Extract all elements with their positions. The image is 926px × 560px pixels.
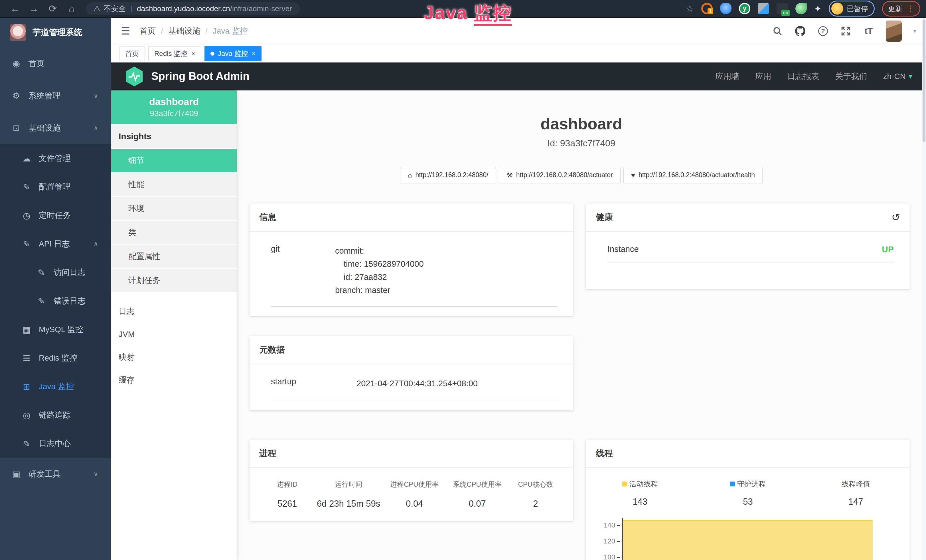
sidebar-item[interactable]: ◎ 链路追踪	[0, 401, 111, 429]
process-col-header: 进程ID	[258, 480, 316, 489]
extensions-puzzle-icon[interactable]: ✦	[814, 4, 822, 14]
sidebar-item[interactable]: ▣ 研发工具 ∨	[0, 458, 111, 490]
thread-stat-value: 143	[586, 496, 694, 507]
sidebar-item-label: Java 监控	[39, 381, 111, 392]
breadcrumb-item[interactable]: 首页 /	[140, 26, 168, 36]
instance-link-url: http://192.168.0.2:48080/actuator	[516, 171, 613, 179]
sidebar-item[interactable]: ✎ 日志中心	[0, 429, 111, 458]
instance-link-button[interactable]: ⚒ http://192.168.0.2:48080/actuator	[499, 167, 620, 183]
profile-chip[interactable]: 已暂停	[829, 1, 875, 17]
active-threads-area	[623, 520, 873, 560]
extension-icon-leaf[interactable]	[795, 3, 807, 14]
sidebar-item[interactable]: ◉ 首页	[0, 47, 111, 80]
sba-sidebar-item[interactable]: 计划任务	[111, 269, 237, 293]
close-icon[interactable]: ×	[252, 50, 256, 58]
reload-icon[interactable]: ⟳	[43, 3, 62, 14]
warning-icon: ⚠	[94, 4, 100, 13]
search-icon[interactable]	[772, 26, 783, 37]
user-avatar[interactable]	[886, 21, 902, 42]
instance-link-button[interactable]: ⌂ http://192.168.0.2:48080/	[400, 167, 496, 183]
chevron-down-icon: ∨	[94, 92, 98, 100]
sba-sidebar-item[interactable]: 日志	[111, 300, 237, 323]
fontsize-icon[interactable]: tT	[863, 26, 875, 37]
bookmark-star-icon[interactable]: ☆	[685, 3, 694, 14]
thread-stats: 活动线程 143 守护进程	[586, 468, 910, 507]
instance-link-button[interactable]: ♥ http://192.168.0.2:48080/actuator/heal…	[623, 167, 763, 183]
extension-icon-green-circle[interactable]: y	[739, 3, 750, 14]
sba-nav-item[interactable]: 关于我们	[835, 71, 867, 82]
sba-sidebar-item[interactable]: 性能	[111, 173, 237, 197]
sba-sidebar-item[interactable]: 细节	[111, 149, 237, 173]
sidebar-item[interactable]: ☰ Redis 监控	[0, 344, 111, 372]
sidebar-item[interactable]: ⊡ 基础设施 ∧	[0, 112, 111, 144]
tag-tabbar: 首页 × Redis 监控 × Java 监控 ×	[111, 45, 926, 62]
sba-sidebar-item[interactable]: 环境	[111, 197, 237, 221]
breadcrumb-item[interactable]: 基础设施 /	[168, 26, 213, 36]
url-bar[interactable]: ⚠ 不安全 | dashboard.yudao.iocoder.cn /infr…	[86, 2, 300, 15]
update-button[interactable]: 更新 ⋮	[882, 1, 920, 17]
app-title: 芋道管理系统	[33, 27, 82, 38]
kebab-menu-icon[interactable]: ⋮	[906, 4, 914, 14]
forward-icon[interactable]: →	[24, 3, 43, 14]
sba-sidebar-item[interactable]: 配置属性	[111, 245, 237, 269]
sidebar-item[interactable]: ✎ 配置管理	[0, 173, 111, 201]
process-card: 进程 进程ID5261 运行时间6d 23h 15m 59s 进程CPU使用率0…	[250, 440, 573, 521]
sidebar-item[interactable]: ✎ 错误日志	[0, 287, 111, 315]
page-tab[interactable]: 首页 ×	[119, 46, 145, 61]
legend-swatch	[730, 481, 735, 486]
page-scrollbar[interactable]	[922, 18, 926, 560]
browser-toolbar-right: ☆ 1 y on ✦ 已暂停 更新 ⋮	[685, 1, 920, 17]
sidebar-item[interactable]: ✎ API 日志 ∧	[0, 230, 111, 258]
breadcrumb-separator: /	[205, 27, 207, 36]
edit-icon: ✎	[22, 439, 31, 449]
hamburger-icon[interactable]: ☰	[121, 25, 130, 37]
sba-sidebar-item[interactable]: 缓存	[111, 369, 237, 391]
app-logo-row[interactable]: 芋道管理系统	[0, 18, 111, 47]
extension-icon-grid[interactable]	[758, 3, 769, 14]
extension-icon-orange[interactable]: 1	[701, 3, 713, 14]
history-icon[interactable]: ↺	[891, 211, 900, 223]
sidebar-item-label: 链路追踪	[39, 410, 111, 421]
sba-brand-title[interactable]: Spring Boot Admin	[151, 70, 250, 82]
github-icon[interactable]	[794, 26, 806, 37]
info-row-label: git	[271, 244, 335, 297]
page-subtitle: Id: 93a3fc7f7409	[237, 138, 926, 148]
monitor-icon: ⊡	[11, 123, 21, 133]
sidebar-item[interactable]: ▦ MySQL 监控	[0, 315, 111, 344]
sba-sidebar-item[interactable]: 映射	[111, 346, 237, 369]
sidebar-item[interactable]: ☁ 文件管理	[0, 144, 111, 173]
fullscreen-icon[interactable]	[840, 26, 852, 37]
breadcrumb-item[interactable]: Java 监控 /	[213, 26, 248, 36]
sba-header: Spring Boot Admin 应用墙 应用 日志报表 关于我们	[111, 62, 926, 90]
sidebar-item[interactable]: ⊞ Java 监控	[0, 372, 111, 401]
sba-nav-item[interactable]: 应用	[755, 71, 772, 82]
page-tab[interactable]: Java 监控 ×	[204, 46, 262, 61]
scrollbar-thumb[interactable]	[923, 20, 925, 142]
security-label[interactable]: 不安全	[103, 4, 126, 14]
process-col-header: 运行时间	[316, 480, 381, 489]
sba-sidebar-item[interactable]: 类	[111, 221, 237, 245]
extension-icon-switch[interactable]: on	[776, 3, 788, 14]
browser-home-icon[interactable]: ⌂	[62, 3, 81, 14]
extension-icon-drop[interactable]	[720, 3, 731, 14]
extension-badge: 1	[708, 8, 713, 14]
app-shell: 芋道管理系统 ◉ 首页 ⚙ 系统管理 ∨	[0, 18, 926, 560]
help-icon[interactable]: ?	[817, 26, 829, 37]
display-icon: ⊞	[22, 382, 31, 392]
sba-nav-item[interactable]: 应用墙	[716, 71, 740, 82]
back-icon[interactable]: ←	[6, 3, 24, 14]
sidebar-item[interactable]: ⚙ 系统管理 ∨	[0, 80, 111, 112]
user-caret-icon[interactable]: ▾	[913, 27, 916, 35]
sidebar-item[interactable]: ◷ 定时任务	[0, 201, 111, 230]
instance-header[interactable]: dashboard 93a3fc7f7409	[111, 91, 237, 124]
sba-sidebar-item[interactable]: JVM	[111, 323, 237, 346]
info-git-row: git commit: time: 1596289704000 id: 27aa…	[271, 244, 557, 307]
sba-nav-item[interactable]: 日志报表	[787, 71, 819, 82]
close-icon[interactable]: ×	[191, 50, 195, 58]
chart-ytick-label: 100	[598, 553, 620, 560]
sidebar-item[interactable]: ✎ 访问日志	[0, 258, 111, 287]
locale-selector[interactable]: zh-CN ▾	[883, 72, 912, 81]
page-tab[interactable]: Redis 监控 ×	[148, 46, 201, 61]
process-col-value: 2	[507, 499, 565, 509]
page-title: dashboard	[237, 114, 926, 133]
